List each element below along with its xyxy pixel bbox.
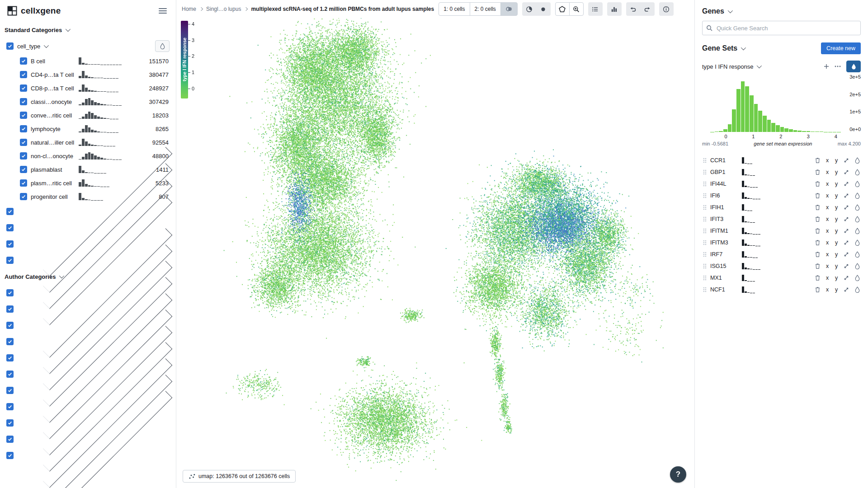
x-axis-button[interactable]: x	[825, 228, 830, 234]
value-checkbox[interactable]	[20, 125, 27, 132]
delete-gene-icon[interactable]	[814, 204, 821, 211]
value-checkbox[interactable]	[20, 152, 27, 160]
drag-handle-icon[interactable]	[703, 169, 707, 175]
info-icon[interactable]	[659, 2, 674, 16]
chevron-down-icon[interactable]	[757, 63, 762, 68]
x-axis-button[interactable]: x	[825, 181, 830, 187]
gene-expression-histogram[interactable]	[742, 286, 774, 293]
gene-row[interactable]: IFIT3 x y	[702, 213, 861, 225]
expand-gene-icon[interactable]	[843, 287, 850, 292]
standard-categories-header[interactable]: Standard Categories	[0, 22, 176, 38]
y-axis-button[interactable]: y	[834, 204, 839, 211]
category-checkbox[interactable]	[6, 42, 14, 50]
delete-gene-icon[interactable]	[814, 239, 821, 246]
gene-expression-histogram[interactable]	[742, 263, 774, 269]
colorby-gene-droplet-icon[interactable]	[854, 228, 861, 234]
delete-gene-icon[interactable]	[814, 192, 821, 199]
histogram-icon[interactable]	[607, 2, 622, 16]
help-button[interactable]: ?	[670, 466, 686, 483]
delete-gene-icon[interactable]	[814, 228, 821, 234]
colorby-gene-droplet-icon[interactable]	[854, 169, 861, 175]
drag-handle-icon[interactable]	[703, 181, 707, 187]
gene-search-input[interactable]	[716, 24, 857, 32]
category-value-row[interactable]: B cell 151570	[0, 54, 176, 68]
gene-expression-histogram[interactable]	[742, 275, 774, 281]
x-axis-button[interactable]: x	[825, 286, 830, 293]
dot-icon[interactable]	[536, 2, 551, 16]
category-checkbox[interactable]	[6, 403, 14, 410]
selection-1-button[interactable]: 1: 0 cells	[439, 2, 470, 16]
category-value-row[interactable]: conve…ritic cell 18203	[0, 108, 176, 122]
gene-expression-histogram[interactable]	[742, 192, 774, 199]
breadcrumb-home[interactable]: Home	[182, 6, 196, 12]
gene-row[interactable]: IFI6 x y	[702, 190, 861, 202]
category-value-row[interactable]: CD4-p…ta T cell 380477	[0, 68, 176, 81]
colorby-gene-droplet-icon[interactable]	[854, 204, 861, 211]
chevron-down-icon[interactable]	[741, 45, 746, 50]
category-value-row[interactable]: natural…iller cell 92554	[0, 136, 176, 149]
gene-row[interactable]: MX1 x y	[702, 272, 861, 284]
delete-gene-icon[interactable]	[814, 263, 821, 269]
expand-gene-icon[interactable]	[843, 275, 850, 281]
gene-name[interactable]: IRF7	[710, 251, 738, 258]
delete-gene-icon[interactable]	[814, 157, 821, 164]
value-checkbox[interactable]	[20, 57, 27, 65]
x-axis-button[interactable]: x	[825, 251, 830, 258]
category-value-row[interactable]: classi…onocyte 307429	[0, 95, 176, 108]
gene-expression-histogram[interactable]	[742, 169, 774, 175]
y-axis-button[interactable]: y	[834, 228, 839, 234]
add-gene-icon[interactable]	[824, 64, 829, 69]
value-checkbox[interactable]	[20, 139, 27, 146]
category-checkbox[interactable]	[6, 419, 14, 427]
delete-gene-icon[interactable]	[814, 216, 821, 222]
drag-handle-icon[interactable]	[703, 239, 707, 246]
category-checkbox[interactable]	[6, 436, 14, 443]
category-checkbox[interactable]	[6, 338, 14, 345]
delete-gene-icon[interactable]	[814, 251, 821, 258]
y-axis-button[interactable]: y	[834, 157, 839, 164]
gene-row[interactable]: IFITM1 x y	[702, 225, 861, 237]
chevron-down-icon[interactable]	[44, 43, 49, 48]
gene-row[interactable]: GBP1 x y	[702, 166, 861, 178]
gene-name[interactable]: IFITM1	[710, 228, 738, 234]
gene-row[interactable]: IFI44L x y	[702, 178, 861, 190]
value-checkbox[interactable]	[20, 98, 27, 105]
gene-expression-histogram[interactable]	[742, 181, 774, 187]
pie-chart-icon[interactable]	[522, 2, 537, 16]
value-checkbox[interactable]	[20, 112, 27, 119]
zoom-tool-icon[interactable]	[569, 2, 584, 16]
category-checkbox[interactable]	[6, 452, 14, 459]
chevron-down-icon[interactable]	[728, 8, 733, 13]
expand-gene-icon[interactable]	[843, 158, 850, 163]
delete-gene-icon[interactable]	[814, 275, 821, 281]
drag-handle-icon[interactable]	[703, 286, 707, 293]
colorby-gene-droplet-icon[interactable]	[854, 157, 861, 164]
gene-expression-histogram[interactable]	[742, 251, 774, 258]
colorby-gene-set-button[interactable]	[846, 61, 861, 72]
gene-search[interactable]	[702, 21, 861, 35]
gene-name[interactable]: ISG15	[710, 263, 738, 269]
expand-gene-icon[interactable]	[843, 263, 850, 269]
gene-name[interactable]: IFIT3	[710, 216, 738, 222]
redo-icon[interactable]	[640, 2, 655, 16]
drag-handle-icon[interactable]	[703, 263, 707, 269]
y-axis-button[interactable]: y	[834, 275, 839, 281]
diff-exp-button[interactable]	[500, 2, 518, 16]
x-axis-button[interactable]: x	[825, 157, 830, 164]
category-checkbox[interactable]	[6, 257, 14, 264]
category-checkbox[interactable]	[6, 305, 14, 313]
selection-2-button[interactable]: 2: 0 cells	[470, 2, 501, 16]
x-axis-button[interactable]: x	[825, 216, 830, 222]
x-axis-button[interactable]: x	[825, 192, 830, 199]
delete-gene-icon[interactable]	[814, 286, 821, 293]
category-checkbox[interactable]	[6, 354, 14, 361]
drag-handle-icon[interactable]	[703, 275, 707, 281]
value-checkbox[interactable]	[20, 71, 27, 78]
category-checkbox[interactable]	[6, 371, 14, 378]
gene-name[interactable]: NCF1	[710, 286, 738, 293]
breadcrumb-dataset[interactable]: multiplexed scRNA-seq of 1.2 million PBM…	[251, 6, 434, 12]
y-axis-button[interactable]: y	[834, 286, 839, 293]
expand-gene-icon[interactable]	[843, 216, 850, 222]
labels-list-icon[interactable]	[588, 2, 603, 16]
colorby-gene-droplet-icon[interactable]	[854, 216, 861, 222]
